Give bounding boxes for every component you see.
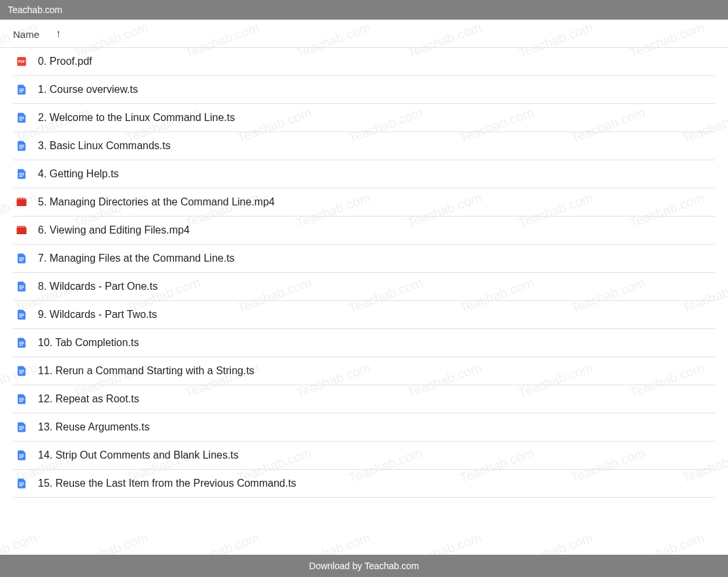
file-row[interactable]: 1. Course overview.ts xyxy=(13,76,715,104)
file-row[interactable]: 14. Strip Out Comments and Blank Lines.t… xyxy=(13,442,715,470)
svg-rect-27 xyxy=(19,259,24,260)
doc-file-icon xyxy=(16,112,27,124)
svg-rect-16 xyxy=(19,198,20,199)
svg-rect-38 xyxy=(19,370,24,371)
svg-rect-19 xyxy=(24,198,26,199)
file-row[interactable]: 4. Getting Help.ts xyxy=(13,160,715,188)
watermark-text: Teachab.com xyxy=(183,530,262,555)
doc-file-icon xyxy=(16,84,27,96)
file-name: 15. Reuse the Last Item from the Previou… xyxy=(38,478,296,489)
svg-rect-7 xyxy=(19,120,22,120)
watermark-text: Teachab.com xyxy=(0,530,39,555)
file-name: 14. Strip Out Comments and Blank Lines.t… xyxy=(38,449,239,461)
file-name: 13. Reuse Arguments.ts xyxy=(38,421,150,433)
svg-rect-11 xyxy=(19,173,24,174)
svg-rect-18 xyxy=(22,198,24,199)
file-row[interactable]: PDF0. Proof.pdf xyxy=(13,48,715,76)
svg-rect-26 xyxy=(19,258,24,258)
doc-file-icon xyxy=(16,393,27,405)
svg-rect-42 xyxy=(19,400,24,400)
svg-rect-36 xyxy=(19,343,24,344)
header-title: Teachab.com xyxy=(8,5,62,15)
file-row[interactable]: 15. Reuse the Last Item from the Previou… xyxy=(13,470,715,498)
svg-rect-50 xyxy=(19,483,24,483)
doc-file-icon xyxy=(16,309,27,321)
file-name: 9. Wildcards - Part Two.ts xyxy=(38,309,157,321)
svg-rect-52 xyxy=(19,485,22,486)
svg-rect-12 xyxy=(19,175,24,175)
watermark-text: Teachab.com xyxy=(628,530,706,555)
column-name-header[interactable]: Name xyxy=(13,29,39,40)
svg-rect-4 xyxy=(19,92,22,92)
watermark-text: Teachab.com xyxy=(72,530,150,555)
svg-rect-2 xyxy=(19,89,24,90)
column-header-row[interactable]: Name ↑ xyxy=(0,20,728,48)
file-row[interactable]: 9. Wildcards - Part Two.ts xyxy=(13,301,715,329)
svg-rect-37 xyxy=(19,345,22,345)
file-name: 12. Repeat as Root.ts xyxy=(38,393,139,405)
svg-rect-9 xyxy=(19,147,24,147)
svg-rect-51 xyxy=(19,484,24,485)
svg-rect-41 xyxy=(19,398,24,399)
video-file-icon xyxy=(16,224,27,236)
doc-file-icon xyxy=(16,168,27,180)
svg-rect-20 xyxy=(17,228,27,235)
footer-text: Download by Teachab.com xyxy=(309,561,419,571)
svg-rect-25 xyxy=(24,226,26,227)
file-name: 11. Rerun a Command Starting with a Stri… xyxy=(38,365,254,377)
doc-file-icon xyxy=(16,365,27,377)
file-row[interactable]: 11. Rerun a Command Starting with a Stri… xyxy=(13,357,715,385)
svg-rect-32 xyxy=(19,314,24,315)
doc-file-icon xyxy=(16,253,27,264)
sort-ascending-icon[interactable]: ↑ xyxy=(56,27,61,41)
file-list: PDF0. Proof.pdf1. Course overview.ts2. W… xyxy=(0,48,728,498)
footer-bar: Download by Teachab.com xyxy=(0,555,728,577)
svg-text:PDF: PDF xyxy=(18,60,26,63)
svg-rect-31 xyxy=(19,288,22,289)
watermark-text: Teachab.com xyxy=(517,530,595,555)
file-name: 5. Managing Directories at the Command L… xyxy=(38,196,275,208)
doc-file-icon xyxy=(16,449,27,461)
file-name: 8. Wildcards - Part One.ts xyxy=(38,281,158,292)
file-row[interactable]: 2. Welcome to the Linux Command Line.ts xyxy=(13,104,715,132)
doc-file-icon xyxy=(16,478,27,489)
file-name: 6. Viewing and Editing Files.mp4 xyxy=(38,224,190,236)
file-row[interactable]: 6. Viewing and Editing Files.mp4 xyxy=(13,217,715,245)
file-row[interactable]: 8. Wildcards - Part One.ts xyxy=(13,273,715,301)
file-row[interactable]: 5. Managing Directories at the Command L… xyxy=(13,188,715,217)
watermark-text: Teachab.com xyxy=(406,530,484,555)
svg-rect-17 xyxy=(21,198,22,199)
doc-file-icon xyxy=(16,140,27,152)
svg-rect-13 xyxy=(19,176,22,177)
doc-file-icon xyxy=(16,281,27,292)
svg-rect-49 xyxy=(19,457,22,458)
file-row[interactable]: 13. Reuse Arguments.ts xyxy=(13,413,715,442)
svg-rect-44 xyxy=(19,427,24,427)
file-row[interactable]: 10. Tab Completion.ts xyxy=(13,329,715,357)
file-name: 3. Basic Linux Commands.ts xyxy=(38,140,171,152)
content-area: Name ↑ PDF0. Proof.pdf1. Course overview… xyxy=(0,20,728,498)
watermark-text: Teachab.com xyxy=(294,530,373,555)
file-name: 0. Proof.pdf xyxy=(38,56,92,67)
svg-rect-8 xyxy=(19,145,24,146)
svg-rect-24 xyxy=(22,226,24,227)
svg-rect-40 xyxy=(19,373,22,374)
svg-rect-14 xyxy=(17,200,27,207)
svg-rect-30 xyxy=(19,287,24,288)
svg-rect-22 xyxy=(19,226,20,227)
pdf-file-icon: PDF xyxy=(16,56,27,67)
file-row[interactable]: 12. Repeat as Root.ts xyxy=(13,385,715,413)
svg-rect-10 xyxy=(19,148,22,149)
svg-rect-21 xyxy=(17,226,18,227)
svg-rect-48 xyxy=(19,456,24,457)
svg-rect-23 xyxy=(21,226,22,227)
svg-rect-34 xyxy=(19,317,22,317)
svg-rect-45 xyxy=(19,428,24,428)
svg-rect-15 xyxy=(17,198,18,199)
svg-rect-33 xyxy=(19,315,24,316)
svg-rect-5 xyxy=(19,117,24,118)
svg-rect-3 xyxy=(19,90,24,91)
video-file-icon xyxy=(16,196,27,208)
file-row[interactable]: 3. Basic Linux Commands.ts xyxy=(13,132,715,160)
file-row[interactable]: 7. Managing Files at the Command Line.ts xyxy=(13,245,715,273)
